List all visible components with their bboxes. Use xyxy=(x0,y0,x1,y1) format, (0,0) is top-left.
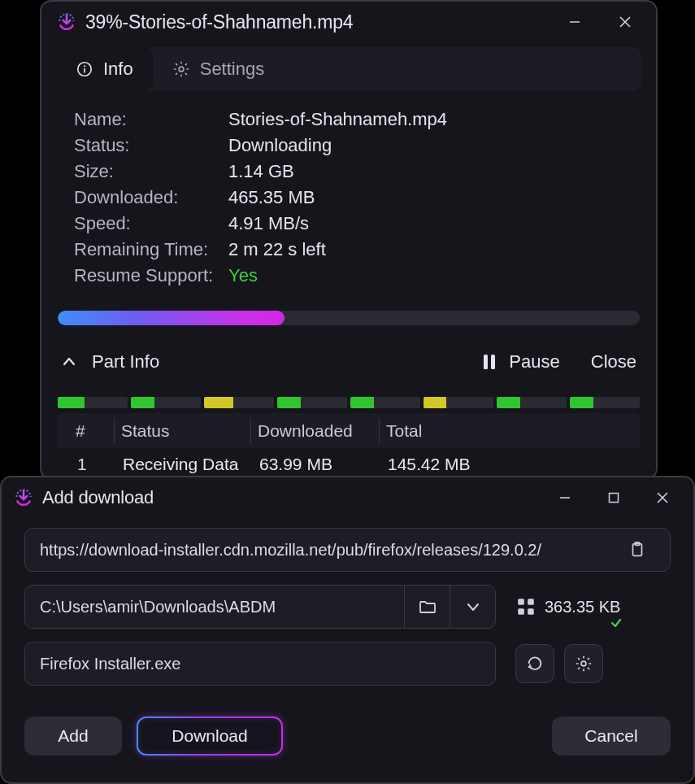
label-downloaded: Downloaded: xyxy=(74,187,228,208)
app-icon xyxy=(56,11,77,33)
segment xyxy=(131,397,201,408)
svg-point-15 xyxy=(581,661,586,666)
label-size: Size: xyxy=(74,161,228,182)
parts-table: # Status Downloaded Total 1Receiving Dat… xyxy=(58,413,640,479)
svg-rect-12 xyxy=(528,599,534,605)
titlebar: Add download xyxy=(2,477,693,516)
label-speed: Speed: xyxy=(74,213,228,234)
table-header-row: # Status Downloaded Total xyxy=(58,413,640,448)
pause-button[interactable]: Pause xyxy=(473,348,567,376)
part-info-label: Part Info xyxy=(92,351,159,372)
col-status: Status xyxy=(115,418,251,444)
progress-bar xyxy=(58,311,640,325)
maximize-button[interactable] xyxy=(599,486,628,510)
value-name: Stories-of-Shahnameh.mp4 xyxy=(228,109,627,130)
tab-settings-label: Settings xyxy=(200,59,265,80)
value-size: 1.14 GB xyxy=(228,161,627,182)
col-num: # xyxy=(69,418,115,444)
close-button[interactable] xyxy=(648,486,677,510)
segment xyxy=(350,397,420,408)
titlebar: 39%-Stories-of-Shahnameh.mp4 xyxy=(41,2,656,41)
url-value: https://download-installer.cdn.mozilla.n… xyxy=(40,541,613,560)
app-icon xyxy=(13,487,34,508)
add-button[interactable]: Add xyxy=(24,716,122,756)
part-info-toggle[interactable]: Part Info xyxy=(61,351,159,372)
save-path-value: C:\Users\amir\Downloads\ABDM xyxy=(40,598,404,616)
svg-rect-11 xyxy=(518,599,524,605)
download-progress-window: 39%-Stories-of-Shahnameh.mp4 Info Settin… xyxy=(40,0,658,480)
download-button[interactable]: Download xyxy=(137,716,283,756)
filename-value: Firefox Installer.exe xyxy=(40,655,180,673)
close-label: Close xyxy=(591,351,636,372)
minimize-button[interactable] xyxy=(550,486,580,510)
svg-point-2 xyxy=(84,65,85,67)
col-total: Total xyxy=(380,418,630,444)
browse-folder-button[interactable] xyxy=(404,586,450,628)
cancel-label: Cancel xyxy=(584,726,637,746)
url-input[interactable]: https://download-installer.cdn.mozilla.n… xyxy=(24,528,671,572)
label-name: Name: xyxy=(74,109,228,130)
progress-fill xyxy=(58,311,285,325)
gear-icon xyxy=(575,655,593,673)
clipboard-icon xyxy=(628,541,646,559)
segment xyxy=(570,397,640,408)
refresh-button[interactable] xyxy=(515,644,554,683)
save-path-input[interactable]: C:\Users\amir\Downloads\ABDM xyxy=(24,585,496,629)
value-downloaded: 465.35 MB xyxy=(228,187,627,208)
svg-rect-13 xyxy=(518,608,524,615)
segment xyxy=(277,397,347,408)
window-title: 39%-Stories-of-Shahnameh.mp4 xyxy=(85,11,552,33)
pause-icon xyxy=(481,353,497,371)
add-label: Add xyxy=(58,726,88,746)
table-row[interactable]: 1Receiving Data63.99 MB145.42 MB xyxy=(58,448,640,479)
paste-button[interactable] xyxy=(619,532,655,568)
settings-button[interactable] xyxy=(564,644,603,683)
tab-info-label: Info xyxy=(103,59,133,80)
category-icon xyxy=(515,596,536,617)
close-action[interactable]: Close xyxy=(591,351,636,372)
cell-status: Receiving Data xyxy=(115,453,251,476)
tab-settings[interactable]: Settings xyxy=(153,47,285,91)
label-resume: Resume Support: xyxy=(74,265,228,286)
folder-icon xyxy=(418,597,437,616)
svg-point-4 xyxy=(179,67,184,72)
refresh-icon xyxy=(526,655,544,673)
cell-downloaded: 63.99 MB xyxy=(251,453,380,476)
cancel-button[interactable]: Cancel xyxy=(552,716,671,756)
cell-num: 1 xyxy=(69,453,115,476)
file-size: 363.35 KB xyxy=(545,598,620,616)
path-dropdown-button[interactable] xyxy=(450,586,495,628)
info-block: Name: Stories-of-Shahnameh.mp4 Status: D… xyxy=(74,109,627,286)
filename-input[interactable]: Firefox Installer.exe xyxy=(24,642,496,686)
label-status: Status: xyxy=(74,135,228,156)
download-label: Download xyxy=(172,726,247,746)
add-download-window: Add download https://download-installer.… xyxy=(0,476,695,784)
value-speed: 4.91 MB/s xyxy=(228,213,627,234)
svg-rect-5 xyxy=(484,355,488,369)
category-size-block: 363.35 KB xyxy=(515,596,620,617)
svg-rect-8 xyxy=(610,494,619,503)
col-downloaded: Downloaded xyxy=(251,418,380,444)
check-icon xyxy=(610,617,622,629)
label-remaining: Remaining Time: xyxy=(74,239,228,260)
value-resume: Yes xyxy=(228,265,627,286)
segment xyxy=(497,397,567,408)
chevron-down-icon xyxy=(465,599,481,615)
chevron-up-icon xyxy=(61,354,77,370)
window-title: Add download xyxy=(42,487,542,508)
value-remaining: 2 m 22 s left xyxy=(228,239,627,260)
svg-rect-6 xyxy=(491,355,495,369)
pause-label: Pause xyxy=(509,351,559,372)
tab-info[interactable]: Info xyxy=(56,47,153,91)
segment xyxy=(58,397,128,408)
value-status: Downloading xyxy=(228,135,627,156)
minimize-button[interactable] xyxy=(560,10,589,34)
segment xyxy=(204,397,274,408)
svg-rect-14 xyxy=(528,608,534,615)
segment-strip xyxy=(58,397,640,408)
tab-bar: Info Settings xyxy=(56,47,641,91)
close-button[interactable] xyxy=(610,10,640,34)
segment xyxy=(424,397,493,408)
gear-icon xyxy=(172,60,190,78)
cell-total: 145.42 MB xyxy=(380,453,630,476)
